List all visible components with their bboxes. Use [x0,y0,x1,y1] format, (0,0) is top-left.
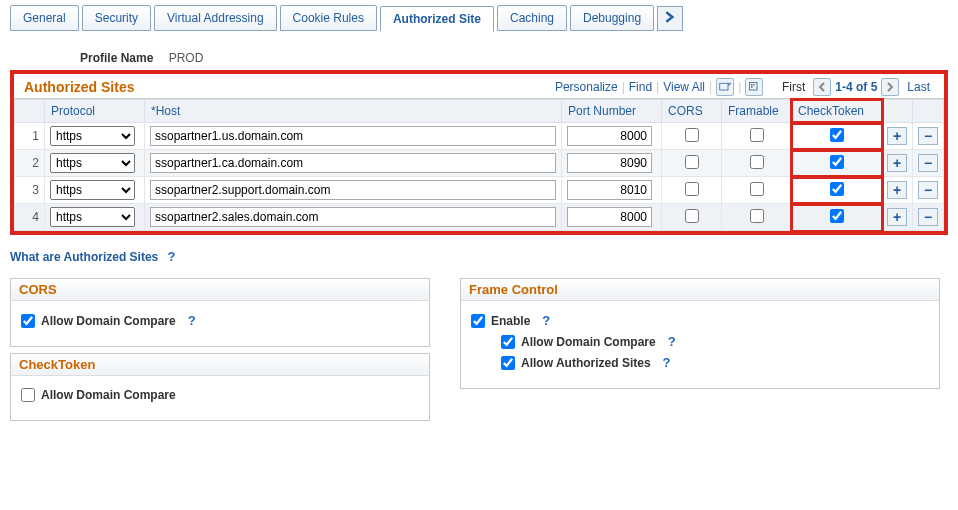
row-number: 3 [15,177,45,204]
grid-title-bar: Authorized Sites Personalize | Find | Vi… [14,74,944,99]
svg-rect-1 [750,83,758,91]
svg-rect-0 [720,83,728,90]
grid-title: Authorized Sites [24,79,134,95]
col-header-port[interactable]: Port Number [562,100,662,123]
tab-virtual-addressing[interactable]: Virtual Addressing [154,5,277,31]
add-row-button[interactable]: + [887,154,907,172]
checktoken-allow-domain-compare-checkbox[interactable] [21,388,35,402]
pager-first[interactable]: First [782,80,805,94]
frame-control-panel: Frame Control Enable ? Allow Domain Comp… [460,278,940,389]
cors-allow-domain-compare-checkbox[interactable] [21,314,35,328]
profile-name-value: PROD [169,51,204,65]
frame-allow-authorized-sites-label: Allow Authorized Sites [521,356,651,370]
frame-allow-authorized-sites-checkbox[interactable] [501,356,515,370]
view-all-link[interactable]: View All [663,80,705,94]
tab-bar: GeneralSecurityVirtual AddressingCookie … [10,5,948,31]
add-row-button[interactable]: + [887,127,907,145]
help-icon[interactable]: ? [168,249,176,264]
grid-toolbar: Personalize | Find | View All | | First … [555,78,934,96]
protocol-select[interactable]: httphttps [50,180,135,200]
row-number: 2 [15,150,45,177]
pager-next-icon[interactable] [881,78,899,96]
svg-rect-2 [751,84,753,86]
tab-authorized-site[interactable]: Authorized Site [380,6,494,32]
add-row-button[interactable]: + [887,181,907,199]
help-icon[interactable]: ? [663,355,671,370]
pager-prev-icon[interactable] [813,78,831,96]
find-link[interactable]: Find [629,80,652,94]
download-icon[interactable] [745,78,763,96]
add-row-button[interactable]: + [887,208,907,226]
host-input[interactable] [150,126,556,146]
col-header-cors[interactable]: CORS [662,100,722,123]
table-row: 2httphttps+− [15,150,944,177]
help-icon[interactable]: ? [188,313,196,328]
table-row: 4httphttps+− [15,204,944,231]
help-icon[interactable]: ? [668,334,676,349]
profile-name-label: Profile Name [80,51,153,65]
remove-row-button[interactable]: − [918,208,938,226]
frame-allow-domain-compare-checkbox[interactable] [501,335,515,349]
row-number: 1 [15,123,45,150]
col-header-framable[interactable]: Framable [722,100,792,123]
protocol-select[interactable]: httphttps [50,207,135,227]
svg-rect-3 [754,84,756,86]
port-input[interactable] [567,126,652,146]
row-number: 4 [15,204,45,231]
frame-enable-label: Enable [491,314,530,328]
framable-checkbox[interactable] [750,155,764,169]
pager-last[interactable]: Last [907,80,930,94]
cors-checkbox[interactable] [685,182,699,196]
checktoken-checkbox[interactable] [830,209,844,223]
cors-panel: CORS Allow Domain Compare ? [10,278,430,347]
what-are-authorized-sites-link[interactable]: What are Authorized Sites [10,250,158,264]
checktoken-checkbox[interactable] [830,155,844,169]
checktoken-checkbox[interactable] [830,128,844,142]
protocol-select[interactable]: httphttps [50,153,135,173]
col-header-host[interactable]: *Host [145,100,562,123]
tab-debugging[interactable]: Debugging [570,5,654,31]
checktoken-allow-domain-compare-label: Allow Domain Compare [41,388,176,402]
checktoken-checkbox[interactable] [830,182,844,196]
tab-caching[interactable]: Caching [497,5,567,31]
table-row: 3httphttps+− [15,177,944,204]
col-header-checktoken[interactable]: CheckToken [792,100,882,123]
cors-checkbox[interactable] [685,155,699,169]
frame-allow-domain-compare-label: Allow Domain Compare [521,335,656,349]
profile-name-row: Profile Name PROD [80,51,948,65]
framable-checkbox[interactable] [750,128,764,142]
port-input[interactable] [567,180,652,200]
remove-row-button[interactable]: − [918,154,938,172]
framable-checkbox[interactable] [750,182,764,196]
cors-checkbox[interactable] [685,209,699,223]
protocol-select[interactable]: httphttps [50,126,135,146]
svg-rect-4 [751,86,753,88]
zoom-icon[interactable] [716,78,734,96]
pager-range: 1-4 of 5 [835,80,877,94]
authorized-sites-highlight-box: Authorized Sites Personalize | Find | Vi… [10,70,948,235]
checktoken-panel: CheckToken Allow Domain Compare [10,353,430,421]
framable-checkbox[interactable] [750,209,764,223]
remove-row-button[interactable]: − [918,181,938,199]
host-input[interactable] [150,180,556,200]
cors-panel-title: CORS [11,279,429,301]
cors-allow-domain-compare-label: Allow Domain Compare [41,314,176,328]
checktoken-panel-title: CheckToken [11,354,429,376]
port-input[interactable] [567,207,652,227]
port-input[interactable] [567,153,652,173]
remove-row-button[interactable]: − [918,127,938,145]
frame-enable-checkbox[interactable] [471,314,485,328]
tab-cookie-rules[interactable]: Cookie Rules [280,5,377,31]
what-are-link-row: What are Authorized Sites ? [10,249,948,264]
personalize-link[interactable]: Personalize [555,80,618,94]
tab-security[interactable]: Security [82,5,151,31]
tabs-more-icon[interactable] [657,6,683,31]
frame-control-panel-title: Frame Control [461,279,939,301]
host-input[interactable] [150,153,556,173]
authorized-sites-table: Protocol *Host Port Number CORS Framable… [14,99,944,231]
cors-checkbox[interactable] [685,128,699,142]
help-icon[interactable]: ? [542,313,550,328]
col-header-protocol[interactable]: Protocol [45,100,145,123]
tab-general[interactable]: General [10,5,79,31]
host-input[interactable] [150,207,556,227]
